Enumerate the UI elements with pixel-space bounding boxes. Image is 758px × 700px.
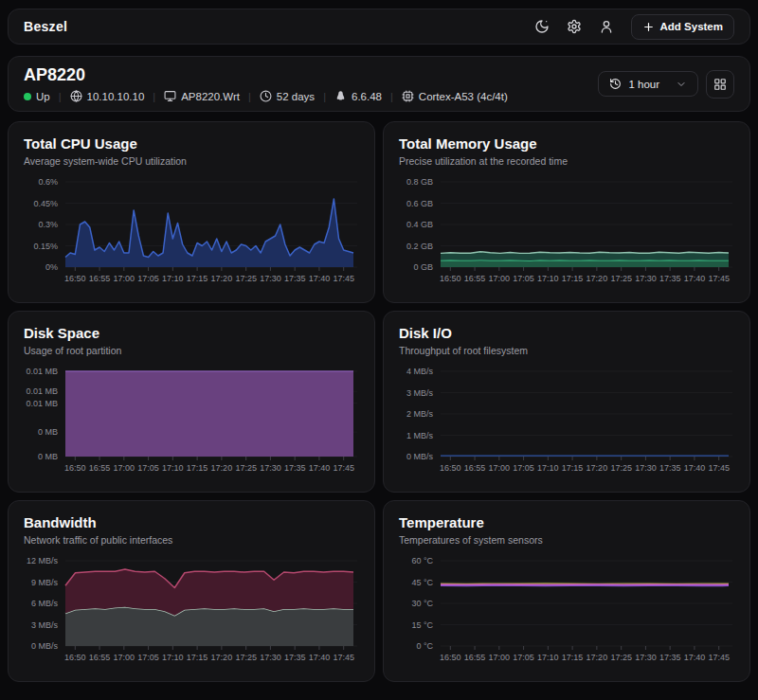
svg-text:17:20: 17:20 (211, 653, 233, 662)
svg-text:17:15: 17:15 (187, 463, 208, 473)
header-controls: 1 hour (598, 70, 734, 99)
chart-subtitle: Network traffic of public interfaces (24, 534, 359, 546)
svg-text:17:20: 17:20 (587, 653, 608, 662)
svg-text:0%: 0% (45, 262, 58, 272)
svg-text:0 MB/s: 0 MB/s (406, 452, 434, 461)
chart-subtitle: Temperatures of system sensors (399, 534, 734, 546)
svg-text:17:05: 17:05 (137, 274, 159, 283)
time-range-select[interactable]: 1 hour (598, 71, 698, 97)
svg-text:0.45%: 0.45% (33, 199, 58, 208)
theme-toggle-button[interactable] (534, 19, 550, 34)
chart-subtitle: Throughput of root filesystem (399, 345, 734, 356)
svg-text:15 °C: 15 °C (411, 620, 433, 630)
system-title: AP8220 (24, 65, 508, 85)
chevron-down-icon (676, 79, 687, 90)
gear-icon (567, 19, 582, 34)
svg-text:16:55: 16:55 (464, 274, 486, 283)
svg-text:17:35: 17:35 (284, 463, 306, 473)
chart-card-cpu: Total CPU Usage Average system-wide CPU … (8, 121, 375, 303)
meta-ip-address: 10.10.10.10 (70, 90, 145, 102)
status-badge: Up (24, 91, 50, 102)
user-menu-button[interactable] (599, 19, 614, 34)
svg-text:1 MB/s: 1 MB/s (406, 431, 434, 440)
svg-text:17:35: 17:35 (284, 653, 306, 662)
svg-text:16:50: 16:50 (440, 653, 461, 662)
settings-button[interactable] (567, 19, 582, 34)
add-system-button[interactable]: Add System (631, 14, 734, 40)
svg-text:17:20: 17:20 (587, 274, 608, 283)
meta-uptime: 52 days (260, 90, 315, 102)
svg-text:17:40: 17:40 (684, 653, 706, 662)
svg-text:17:35: 17:35 (659, 653, 681, 662)
svg-text:12 MB/s: 12 MB/s (27, 556, 59, 565)
svg-text:17:35: 17:35 (659, 463, 681, 473)
svg-text:17:20: 17:20 (211, 463, 233, 473)
svg-text:17:25: 17:25 (610, 274, 632, 283)
globe-icon (70, 90, 82, 102)
chart-title: Total Memory Usage (399, 135, 734, 152)
svg-text:0.01 MB: 0.01 MB (26, 399, 58, 408)
svg-text:0.01 MB: 0.01 MB (26, 386, 58, 396)
navbar-actions: Add System (534, 14, 734, 40)
svg-text:17:15: 17:15 (562, 463, 584, 473)
svg-text:17:30: 17:30 (260, 653, 281, 662)
svg-text:16:55: 16:55 (89, 463, 111, 473)
chart-subtitle: Average system-wide CPU utilization (24, 155, 359, 167)
svg-text:17:10: 17:10 (162, 653, 184, 662)
svg-text:45 °C: 45 °C (411, 578, 433, 587)
svg-text:17:05: 17:05 (137, 653, 159, 662)
svg-text:3 MB/s: 3 MB/s (406, 388, 434, 398)
chart-card-disk-io: Disk I/O Throughput of root filesystem 0… (383, 311, 750, 493)
svg-text:17:45: 17:45 (333, 463, 354, 473)
svg-text:17:15: 17:15 (187, 274, 208, 283)
svg-text:17:30: 17:30 (260, 274, 281, 283)
svg-text:60 °C: 60 °C (411, 556, 433, 565)
svg-text:17:05: 17:05 (513, 463, 534, 473)
chart-layout-button[interactable] (706, 70, 734, 99)
chart-title: Disk Space (24, 325, 359, 341)
chart-card-disk-space: Disk Space Usage of root partition 0 MB0… (8, 311, 375, 493)
chart-card-temperature: Temperature Temperatures of system senso… (383, 500, 750, 682)
svg-text:16:55: 16:55 (89, 274, 111, 283)
svg-text:17:00: 17:00 (114, 463, 135, 473)
svg-text:17:10: 17:10 (162, 274, 184, 283)
svg-text:17:25: 17:25 (235, 274, 257, 283)
meta-kernel-version: 6.6.48 (334, 90, 382, 102)
svg-text:16:50: 16:50 (64, 463, 86, 473)
svg-text:17:10: 17:10 (537, 653, 559, 662)
svg-text:17:45: 17:45 (708, 274, 730, 283)
svg-text:17:20: 17:20 (587, 463, 608, 473)
svg-text:17:30: 17:30 (260, 463, 281, 473)
disk-io-chart: 0 MB/s1 MB/s2 MB/s3 MB/s4 MB/s16:5016:55… (399, 364, 734, 483)
svg-text:0 MB: 0 MB (38, 427, 58, 437)
svg-text:3 MB/s: 3 MB/s (31, 620, 59, 630)
svg-text:0 MB: 0 MB (38, 452, 58, 461)
svg-text:0 GB: 0 GB (413, 262, 433, 272)
svg-text:17:05: 17:05 (137, 463, 159, 473)
svg-text:0.15%: 0.15% (33, 242, 58, 251)
chart-subtitle: Precise utilization at the recorded time (399, 155, 734, 167)
svg-text:6 MB/s: 6 MB/s (31, 599, 59, 608)
user-icon (599, 19, 614, 34)
disk-space-chart: 0 MB0 MB0.01 MB0.01 MB0.01 MB16:5016:551… (24, 364, 359, 483)
chip-icon (402, 90, 414, 102)
app-logo[interactable]: Beszel (24, 19, 67, 34)
svg-text:0 °C: 0 °C (416, 641, 433, 651)
svg-text:0 MB/s: 0 MB/s (31, 641, 59, 651)
svg-text:0.4 GB: 0.4 GB (406, 220, 433, 229)
meta-hostname: AP8220.Wrt (164, 90, 240, 102)
memory-chart: 0 GB0.2 GB0.4 GB0.6 GB0.8 GB16:5016:5517… (399, 174, 734, 294)
plus-icon (642, 21, 655, 33)
chart-title: Temperature (399, 514, 734, 530)
svg-text:17:10: 17:10 (162, 463, 184, 473)
chart-title: Bandwidth (24, 514, 359, 530)
moon-icon (534, 19, 550, 34)
svg-text:0.2 GB: 0.2 GB (406, 242, 433, 251)
svg-text:30 °C: 30 °C (411, 599, 433, 608)
svg-text:17:40: 17:40 (684, 274, 706, 283)
kernel-icon (334, 90, 347, 102)
svg-text:17:00: 17:00 (489, 463, 511, 473)
cpu-chart: 0%0.15%0.3%0.45%0.6%16:5016:5517:0017:05… (24, 174, 359, 294)
svg-text:17:20: 17:20 (211, 274, 233, 283)
svg-text:17:40: 17:40 (309, 653, 331, 662)
